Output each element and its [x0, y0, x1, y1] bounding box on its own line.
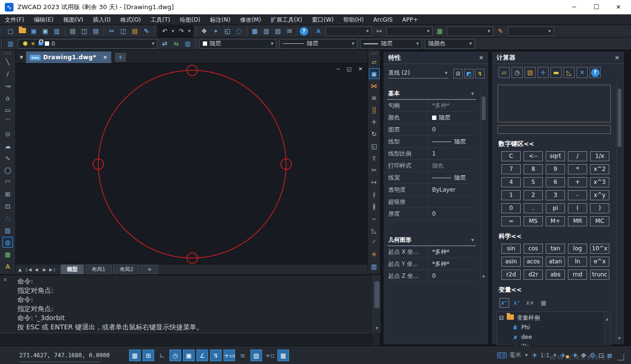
calc-key-r3c2[interactable]: 3 [546, 190, 565, 200]
ortho-toggle[interactable]: ∟ [156, 350, 168, 361]
menu-item-11[interactable]: 帮助(H) [339, 14, 368, 25]
chevron-down-icon[interactable] [171, 29, 175, 33]
sci-key-r2c0[interactable]: r2d [501, 270, 521, 280]
sci-key-r1c1[interactable]: acos [524, 257, 543, 267]
calc-help-button[interactable]: ? [590, 67, 601, 78]
cut-button[interactable]: ✂ [106, 26, 117, 37]
insert-block-tool-button[interactable]: ⊞ [2, 189, 13, 199]
publish-button[interactable]: ✉ [284, 26, 295, 37]
document-tab[interactable]: DWG Drawing1.dwg* ✕ [26, 52, 111, 63]
sci-key-r0c1[interactable]: cos [524, 244, 543, 254]
intersection-button[interactable]: ✕ [577, 67, 588, 78]
calc-key-r0c3[interactable]: / [568, 151, 587, 161]
rectangle-tool-button[interactable]: ▭ [2, 104, 13, 115]
variable-item[interactable]: kPhi [499, 323, 610, 332]
menu-item-13[interactable]: APP+ [397, 14, 423, 25]
menu-item-4[interactable]: 格式(O) [116, 14, 146, 25]
minimize-button[interactable]: ─ [570, 3, 578, 11]
menu-item-12[interactable]: ArcGIS [368, 14, 397, 25]
return-to-calc-button[interactable]: ▦ [539, 298, 548, 308]
new-file-button[interactable]: ▢ [5, 26, 16, 37]
lineweight-dropdown[interactable]: 随层 [360, 39, 422, 49]
donut-tool-button[interactable]: ◎ [2, 237, 13, 247]
ellipse-tool-button[interactable]: ◯ [2, 165, 13, 175]
undo-button[interactable]: ↶ [159, 26, 170, 37]
doc-close-button[interactable]: ✕ [358, 66, 363, 72]
layout-tab-1[interactable]: 布局1 [85, 264, 112, 274]
chevron-down-icon[interactable] [187, 29, 192, 33]
menu-item-10[interactable]: 窗口(W) [307, 14, 338, 25]
pickadd-toggle-button[interactable]: ↯ [475, 69, 485, 78]
select-objects-button[interactable]: ◩ [464, 69, 474, 78]
print-button[interactable]: ▤ [67, 26, 78, 37]
variable-item[interactable]: xdee [499, 332, 610, 342]
variables-section-title[interactable]: 变量<< [499, 286, 624, 294]
extend-tool-button[interactable]: ↦ [369, 177, 380, 187]
save-as-button[interactable]: ▣ [40, 26, 51, 37]
calc-key-r0c1[interactable]: <-- [524, 151, 543, 161]
calc-key-r4c1[interactable]: . [524, 203, 543, 213]
calc-key-r5c3[interactable]: MR [568, 216, 587, 226]
menu-item-3[interactable]: 插入(I) [88, 14, 116, 25]
sci-key-r0c2[interactable]: tan [546, 244, 565, 254]
calc-key-r5c4[interactable]: MC [590, 216, 609, 226]
calc-key-r4c2[interactable]: pi [546, 203, 565, 213]
sci-key-r2c3[interactable]: rnd [568, 270, 587, 280]
sci-key-r0c0[interactable]: sin [501, 244, 521, 254]
sci-key-r2c4[interactable]: trunc [590, 270, 609, 280]
format-painter-button[interactable]: ✎ [141, 26, 152, 37]
calc-key-r1c0[interactable]: 7 [501, 164, 521, 174]
layout-tab-2[interactable]: 布局2 [113, 264, 140, 274]
paste-value-button[interactable]: ▤ [525, 67, 536, 78]
hatch-tool-button[interactable]: ▨ [2, 225, 13, 235]
lineweight-toggle[interactable]: ≡ [237, 350, 249, 361]
calc-key-r4c4[interactable]: ) [590, 203, 609, 213]
calc-key-r1c1[interactable]: 8 [524, 164, 543, 174]
osnap-toggle[interactable]: ▣ [183, 350, 195, 361]
calc-key-r3c4[interactable]: x^y [590, 190, 609, 200]
collapse-tabs-button[interactable]: ▲ [16, 267, 24, 272]
table-button[interactable]: ▥ [261, 26, 272, 37]
trim-tool-button[interactable]: ✂ [369, 165, 380, 175]
calc-key-r1c2[interactable]: 9 [546, 164, 565, 174]
collapse-node-icon[interactable]: ⊟ [499, 314, 504, 321]
sci-key-r1c4[interactable]: e^x [590, 257, 609, 267]
close-properties-icon[interactable]: ✕ [479, 54, 484, 61]
close-calculator-icon[interactable]: ✕ [615, 54, 619, 61]
menu-item-1[interactable]: 编辑(E) [29, 14, 58, 25]
arc-tool-button[interactable]: ⌒ [2, 117, 13, 127]
spline-tool-button[interactable]: ∿ [2, 153, 13, 163]
command-window[interactable]: ✕ 命令:指定对角点:命令:指定对角点:命令: '_3dorbit按 ESC 或… [0, 274, 381, 346]
dimension-style-dropdown[interactable] [386, 26, 433, 36]
sci-key-r2c2[interactable]: abs [546, 270, 565, 280]
redo-button[interactable]: ↷ [176, 26, 186, 37]
explode-tool-button[interactable]: ✳ [369, 249, 380, 260]
sci-key-r1c2[interactable]: atan [546, 257, 565, 267]
polyline-tool-button[interactable]: ↝ [2, 80, 13, 91]
table-style-dropdown[interactable] [447, 26, 493, 36]
section-header[interactable]: 几何图形 [387, 234, 476, 246]
annotation-scale-value[interactable]: 1:1 [540, 352, 550, 359]
break-at-point-tool-button[interactable]: ∤ [369, 189, 380, 199]
add-layout-button[interactable]: + [141, 265, 158, 274]
property-row[interactable]: 打印样式随色 [387, 160, 476, 172]
join-tool-button[interactable]: ⌣ [369, 213, 380, 223]
doc-minimize-button[interactable]: ─ [337, 66, 340, 72]
get-coordinates-button[interactable]: ✛ [538, 67, 549, 78]
calc-key-r2c0[interactable]: 4 [501, 177, 521, 187]
prev-tab-button[interactable]: ◀ [32, 267, 40, 272]
calculator-input[interactable] [498, 125, 611, 134]
layer-isolate-button[interactable]: ▥ [183, 39, 193, 49]
menu-item-6[interactable]: 绘图(D) [175, 14, 205, 25]
calc-key-r5c0[interactable]: = [501, 216, 521, 226]
section-header[interactable]: 基本 [387, 88, 476, 100]
sheet-set-button[interactable]: ▥ [52, 26, 62, 37]
calc-key-r3c3[interactable]: - [568, 190, 587, 200]
create-block-tool-button[interactable]: ⊡ [2, 201, 13, 211]
units-label[interactable]: 毫米 [510, 351, 521, 359]
resize-grip[interactable] [618, 354, 624, 361]
property-row[interactable]: 线型比例1 [387, 148, 476, 160]
numpad-section-title[interactable]: 数字键区<< [499, 140, 624, 148]
variables-tree-scrollbar[interactable] [604, 312, 610, 347]
dynamic-prompt-toggle[interactable]: +▭ [223, 350, 235, 361]
